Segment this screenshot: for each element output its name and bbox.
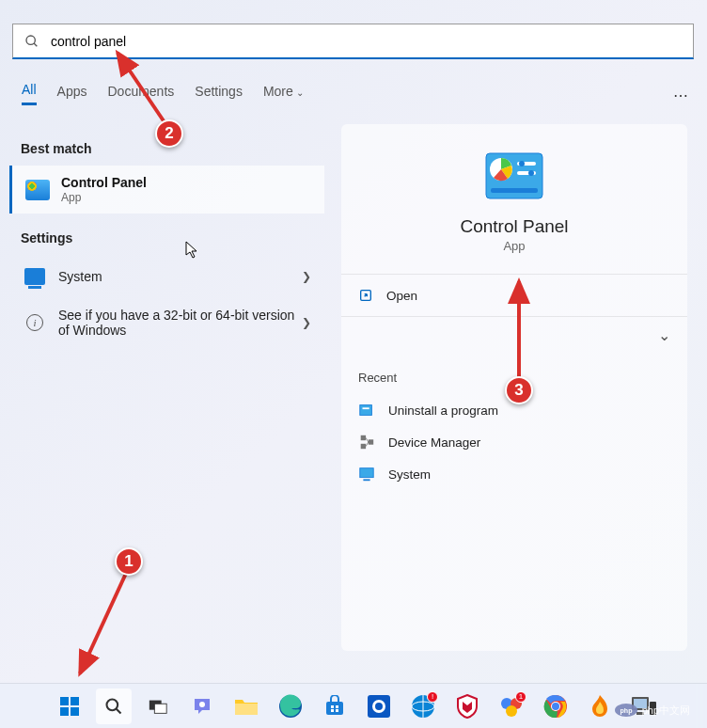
chrome-icon — [543, 694, 568, 719]
php-logo-icon: php — [614, 698, 638, 722]
svg-point-40 — [375, 703, 383, 710]
svg-line-20 — [118, 53, 168, 128]
svg-point-46 — [506, 705, 517, 717]
chevron-down-icon: ⌄ — [658, 327, 670, 343]
taskbar-task-view[interactable] — [140, 688, 176, 724]
svg-rect-8 — [491, 188, 538, 193]
edge-icon — [278, 694, 303, 719]
svg-text:php: php — [620, 707, 632, 715]
shield-icon — [457, 694, 478, 719]
info-icon: i — [23, 310, 47, 335]
taskbar-app-1[interactable] — [361, 688, 397, 724]
taskbar-app-2[interactable]: ! — [405, 688, 441, 724]
svg-rect-18 — [363, 479, 369, 481]
preview-title: Control Panel — [341, 216, 687, 237]
svg-line-1 — [34, 43, 37, 46]
taskbar-app-4[interactable] — [582, 688, 618, 724]
taskbar-chat[interactable] — [184, 688, 220, 724]
svg-rect-35 — [336, 705, 338, 708]
chevron-down-icon: ⌄ — [296, 87, 304, 98]
svg-line-15 — [366, 438, 369, 443]
start-button[interactable] — [52, 688, 87, 724]
svg-rect-37 — [336, 709, 338, 712]
windows-logo-icon — [58, 695, 81, 718]
tab-all[interactable]: All — [22, 82, 37, 105]
svg-rect-13 — [361, 444, 366, 449]
svg-point-6 — [528, 170, 534, 176]
task-view-icon — [148, 696, 168, 717]
svg-rect-24 — [60, 707, 69, 716]
annotation-badge-3: 3 — [505, 376, 533, 404]
mouse-cursor-icon — [185, 241, 200, 260]
folder-icon — [234, 696, 259, 717]
flame-icon — [589, 694, 611, 719]
notification-badge: ! — [427, 691, 438, 703]
svg-point-0 — [26, 36, 35, 44]
svg-line-27 — [117, 708, 121, 713]
result-label: See if you have a 32-bit or 64-bit versi… — [58, 308, 302, 338]
recent-label: Uninstall a program — [388, 404, 498, 418]
recent-device-manager[interactable]: Device Manager — [341, 426, 687, 458]
control-panel-icon — [25, 178, 50, 202]
store-icon — [323, 695, 346, 718]
annotation-arrow-1 — [71, 562, 136, 685]
app-icon — [367, 694, 391, 719]
svg-rect-23 — [71, 697, 79, 705]
recent-system[interactable]: System — [341, 458, 687, 490]
uninstall-icon — [358, 402, 375, 419]
svg-rect-34 — [331, 705, 334, 708]
control-panel-large-icon — [485, 152, 543, 199]
taskbar-search-button[interactable] — [96, 688, 132, 724]
system-icon — [358, 466, 375, 483]
taskbar-chrome[interactable] — [538, 688, 573, 724]
svg-rect-10 — [360, 405, 372, 416]
svg-line-16 — [366, 442, 369, 447]
result-label: System — [58, 269, 302, 284]
taskbar-app-3[interactable]: 1 — [494, 688, 529, 724]
notification-badge: 1 — [515, 691, 526, 703]
svg-point-49 — [552, 703, 559, 710]
taskbar-store[interactable] — [317, 688, 353, 724]
recent-label: Device Manager — [388, 435, 480, 450]
results-list: Best match Control Panel App Settings Sy… — [9, 132, 324, 347]
chevron-right-icon: ❯ — [302, 270, 311, 283]
svg-rect-31 — [235, 704, 258, 715]
search-icon — [104, 697, 123, 716]
svg-point-30 — [199, 702, 205, 707]
recent-label: System — [388, 467, 431, 482]
taskbar-mcafee[interactable] — [449, 688, 485, 724]
result-subtitle: App — [61, 191, 311, 204]
result-system[interactable]: System ❯ — [9, 255, 324, 298]
svg-point-5 — [519, 161, 525, 166]
result-bitness[interactable]: i See if you have a 32-bit or 64-bit ver… — [9, 298, 324, 347]
watermark-text: php中文网 — [642, 704, 690, 718]
svg-point-26 — [107, 699, 118, 710]
taskbar: ! 1 — [0, 683, 707, 728]
open-icon — [358, 288, 373, 303]
device-manager-icon — [358, 434, 375, 451]
svg-rect-12 — [361, 435, 366, 440]
chat-icon — [191, 695, 213, 718]
svg-rect-14 — [369, 439, 373, 444]
overflow-menu-button[interactable]: ⋯ — [673, 87, 690, 104]
svg-rect-22 — [60, 697, 69, 705]
taskbar-edge[interactable] — [273, 688, 308, 724]
watermark: php php中文网 — [614, 698, 690, 722]
annotation-arrow-3 — [508, 276, 536, 384]
annotation-badge-2: 2 — [155, 119, 183, 148]
taskbar-explorer[interactable] — [228, 688, 264, 724]
result-title: Control Panel — [61, 175, 311, 190]
preview-subtitle: App — [341, 239, 687, 253]
svg-rect-29 — [154, 704, 166, 713]
search-icon — [24, 34, 39, 49]
tab-settings[interactable]: Settings — [195, 84, 243, 104]
tab-apps[interactable]: Apps — [57, 84, 87, 104]
svg-rect-33 — [326, 702, 343, 715]
annotation-badge-1: 1 — [115, 547, 143, 576]
result-control-panel[interactable]: Control Panel App — [9, 166, 324, 214]
tab-more[interactable]: More⌄ — [263, 84, 304, 104]
settings-header: Settings — [9, 221, 324, 255]
svg-rect-25 — [71, 707, 79, 716]
svg-rect-17 — [360, 468, 373, 478]
system-icon — [23, 264, 47, 289]
